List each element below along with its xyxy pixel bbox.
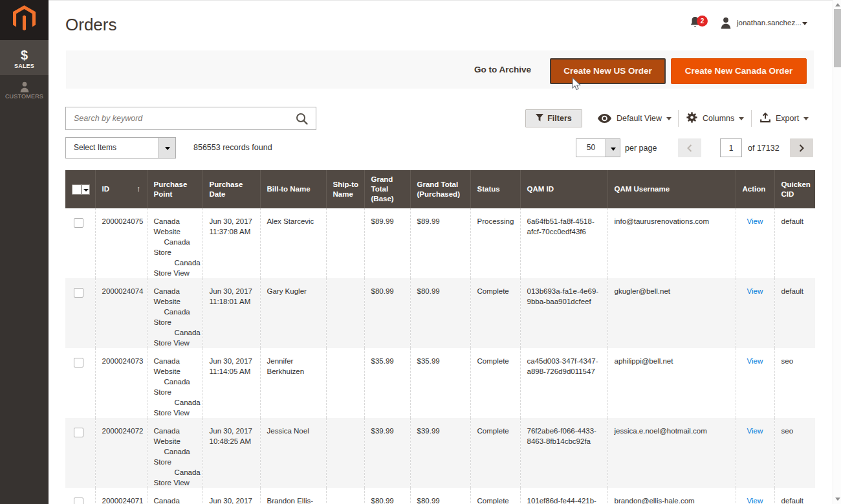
row-checkbox[interactable] [74,498,83,504]
cell-quicken_cid: seo [774,418,815,488]
chevron-down-icon [83,189,89,192]
select-items-dropdown[interactable]: Select Items [65,137,176,159]
per-page-value: 50 [576,138,606,157]
view-order-link[interactable]: View [747,217,763,225]
cell-qam_username: aphilippi@bell.net [607,348,736,418]
columns-button[interactable]: Columns [686,109,744,127]
cell-bill_to: Jessica Noel [260,418,326,488]
table-row: 2000024075CanadaWebsite CanadaStore Cana… [65,208,815,278]
column-header-qam_username[interactable]: QAM Username [607,170,736,208]
column-header-action[interactable]: Action [736,170,774,208]
purchase-point-line: Store [154,457,200,467]
view-order-link[interactable]: View [747,497,763,504]
go-to-archive-button[interactable]: Go to Archive [474,65,531,74]
row-checkbox[interactable] [74,218,83,228]
cell-ship_to [326,208,364,278]
select-all-arrow[interactable] [82,184,90,195]
row-checkbox[interactable] [74,358,83,367]
sidebar-item-label: CUSTOMERS [0,93,49,100]
cell-status: Complete [470,348,520,418]
cell-select [65,488,95,504]
cell-id: 2000024073 [95,348,147,418]
sidebar-item-customers[interactable]: CUSTOMERS [0,75,49,106]
view-order-link[interactable]: View [747,427,763,435]
column-header-quicken_cid[interactable]: QuickenCID [774,170,815,208]
cell-select [65,348,95,418]
admin-user-menu[interactable]: jonathan.sanchez... [720,17,732,31]
notifications-button[interactable]: 2 [690,16,710,32]
notification-badge: 2 [697,16,708,27]
purchase-point-line: Website [154,366,200,377]
export-icon [760,113,770,123]
search-icon[interactable] [296,113,308,125]
purchase-point-line: Website [154,226,200,237]
bill-to-line: Alex Starcevic [267,216,323,226]
column-label: Status [477,184,515,194]
purchase-point-line: Canada [154,327,200,338]
cell-id: 2000024071 [95,488,147,504]
column-label: Name [333,190,359,199]
purchase-date-line: 11:37:08 AM [210,226,257,237]
filters-button[interactable]: Filters [525,109,582,127]
select-all-checkbox[interactable] [72,184,82,195]
create-canada-order-button[interactable]: Create New Canada Order [671,58,807,84]
cell-status: Processing [470,208,520,278]
purchase-point-line: Website [154,436,200,446]
view-order-link[interactable]: View [747,287,763,295]
purchase-point-line: Store [154,387,200,397]
row-checkbox[interactable] [74,428,83,437]
bill-to-line: Brandon Ellis- [267,496,323,504]
qam-id-line: a898-726d9d011547 [527,366,605,377]
sort-ascending-icon: ↑ [137,184,141,193]
purchase-point-line: Canada [154,257,200,268]
column-header-status[interactable]: Status [470,170,520,208]
chevron-down-icon [803,117,809,120]
bill-to-line: Jennifer [267,356,323,366]
purchase-point-line: Canada [154,397,200,408]
admin-username: jonathan.sanchez... [737,19,802,27]
row-checkbox[interactable] [74,288,83,298]
purchase-point-line: Canada [154,426,200,436]
magento-logo[interactable] [0,0,49,40]
scroll-down-arrow-icon[interactable] [835,498,840,501]
sidebar-item-sales[interactable]: $ SALES [0,40,49,75]
column-header-purchase_date[interactable]: PurchaseDate [202,170,260,208]
column-header-purchase_point[interactable]: PurchasePoint [147,170,202,208]
user-icon [720,17,732,29]
search-input[interactable] [66,107,316,129]
scroll-up-arrow-icon[interactable] [835,3,840,6]
qam-id-line: 9bba-baa901dcfeef [527,296,605,307]
column-header-qam_id[interactable]: QAM ID [520,170,607,208]
purchase-point-line: Canada [154,496,200,504]
column-label: (Base) [371,194,405,204]
chevron-down-icon [165,147,170,150]
column-header-total_base[interactable]: GrandTotal(Base) [364,170,410,208]
chevron-down-icon [666,117,672,120]
cell-bill_to: Brandon Ellis- [260,488,326,504]
next-page-button[interactable] [790,138,813,157]
per-page-select[interactable]: 50 [576,138,620,157]
column-header-id[interactable]: ID↑ [95,170,147,208]
per-page-arrow [606,138,620,157]
cell-bill_to: Gary Kugler [260,278,326,348]
column-label: Date [210,190,255,199]
column-header-bill_to[interactable]: Bill-to Name [260,170,326,208]
cell-total_base: $39.99 [364,418,410,488]
cell-total_purchased: $39.99 [410,418,470,488]
cell-total_base: $80.99 [364,278,410,348]
view-order-link[interactable]: View [747,357,763,365]
column-label: Action [743,184,769,194]
previous-page-button[interactable] [678,138,701,157]
select-all-control[interactable] [72,184,90,195]
vertical-scrollbar[interactable] [833,0,841,504]
purchase-point-line: Store View [154,338,200,348]
export-button[interactable]: Export [760,109,809,127]
column-header-ship_to[interactable]: Ship-toName [326,170,364,208]
create-us-order-button[interactable]: Create New US Order [550,58,666,84]
default-view-button[interactable]: Default View [598,109,672,127]
scrollbar-thumb[interactable] [834,9,841,67]
column-label: Quicken [781,180,811,190]
page-title: Orders [65,15,116,35]
current-page-input[interactable] [720,138,742,157]
column-header-total_purchased[interactable]: Grand Total(Purchased) [410,170,470,208]
